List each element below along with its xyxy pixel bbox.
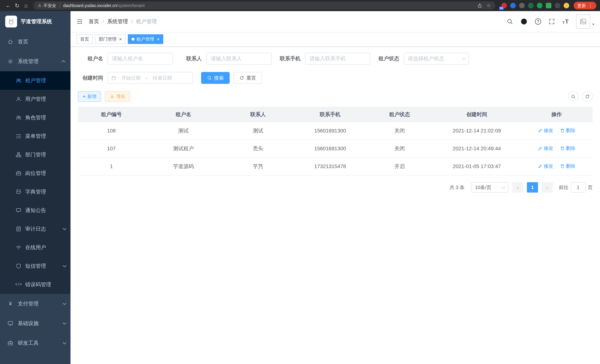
cell-created: 2021-12-14 20:49:44 [433, 140, 521, 158]
github-icon[interactable] [520, 18, 527, 25]
navbar-actions: ? TT ▾ [507, 14, 594, 28]
chevron-up-icon [62, 60, 65, 64]
tab-close-icon[interactable]: × [157, 37, 159, 42]
reset-button[interactable]: 重置 [233, 72, 262, 84]
edit-button[interactable]: 修改 [538, 145, 553, 152]
browser-address-bar[interactable]: ⚠ 不安全 dashboard.yudao.iocoder.cn/system/… [33, 1, 495, 10]
delete-button[interactable]: 删除 [560, 145, 575, 152]
start-date-input[interactable] [118, 75, 144, 81]
filter-create-time: 创建时间 - [78, 72, 193, 84]
header-search-icon[interactable] [507, 18, 513, 25]
bookmark-star-icon[interactable]: ☆ [487, 3, 491, 9]
delete-button[interactable]: 删除 [560, 163, 575, 169]
add-button[interactable]: + 新增 [78, 91, 101, 102]
page-1-button[interactable]: 1 [527, 182, 538, 193]
refresh-table-button[interactable] [582, 91, 593, 102]
page-content: 租户名 联系人 联系手机 租户状态 请选择租户状态 [71, 47, 600, 364]
sidebar-item-menu[interactable]: 菜单管理 [0, 127, 71, 145]
search-button[interactable]: 搜索 [201, 72, 230, 84]
extension-icon-chat[interactable] [546, 3, 551, 8]
cell-mobile: 17321315478 [294, 158, 366, 175]
page-size-value: 10条/页 [475, 184, 491, 191]
tenant-status-select[interactable]: 请选择租户状态 [404, 53, 469, 65]
sidebar-item-system[interactable]: 系统管理 [0, 52, 71, 71]
sidebar-item-label: 审计日志 [25, 225, 46, 233]
sidebar-item-error-code[interactable]: </> 错误码管理 [0, 275, 71, 294]
sidebar-item-dev-tools[interactable]: 研发工具 [0, 333, 71, 353]
next-page-button[interactable]: › [542, 182, 553, 193]
breadcrumb-system[interactable]: 系统管理 [107, 18, 128, 25]
sidebar-item-audit-log[interactable]: 审计日志 [0, 220, 71, 238]
sidebar-item-online-user[interactable]: 在线用户 [0, 238, 71, 257]
sidebar-item-label: 错误码管理 [25, 281, 51, 288]
sidebar-collapse-button[interactable] [76, 18, 83, 25]
goto-page-input[interactable] [571, 182, 586, 193]
tab-dept[interactable]: 部门管理 × [95, 34, 126, 44]
sidebar-item-payment[interactable]: ¥ 支付管理 [0, 294, 71, 314]
extension-icon-red[interactable]: 10 [501, 3, 507, 8]
toggle-search-button[interactable] [568, 91, 579, 102]
extensions-puzzle-icon[interactable] [555, 3, 560, 8]
extension-icon-darkgreen[interactable] [528, 3, 534, 8]
col-mobile: 联系手机 [294, 107, 366, 122]
font-size-small-glyph: T [562, 21, 564, 25]
export-button[interactable]: 导出 [105, 91, 130, 102]
sidebar-item-label: 字典管理 [25, 188, 46, 195]
book-icon [16, 189, 21, 195]
avatar-caret-icon[interactable]: ▾ [592, 22, 594, 26]
tab-home[interactable]: 首页 [76, 34, 93, 44]
delete-button[interactable]: 删除 [560, 127, 575, 134]
fullscreen-icon[interactable] [549, 18, 555, 25]
extension-icon-green[interactable] [537, 3, 543, 8]
browser-profile-icon[interactable] [564, 3, 569, 8]
select-placeholder: 请选择租户状态 [408, 55, 444, 62]
browser-menu-kebab-icon[interactable]: ⋮ [588, 3, 593, 8]
edit-button[interactable]: 修改 [538, 127, 553, 134]
sidebar: 芋道管理系统 首页 系统管理 租户管理 用户管理 [0, 11, 71, 364]
share-icon[interactable] [477, 3, 482, 8]
contact-input[interactable] [206, 53, 272, 65]
create-time-range-picker[interactable]: - [108, 72, 193, 84]
edit-button[interactable]: 修改 [538, 163, 553, 169]
filter-row-1: 租户名 联系人 联系手机 租户状态 请选择租户状态 [78, 53, 593, 65]
extension-icon-gray[interactable] [519, 3, 525, 8]
goto-label: 前往 [559, 184, 568, 191]
extension-icon-blue[interactable] [510, 3, 516, 8]
browser-update-button[interactable]: 更新 ⋮ [574, 2, 596, 9]
page-size-select[interactable]: 10条/页 [471, 182, 508, 193]
page-url: dashboard.yudao.iocoder.cn/system/tenant [63, 3, 145, 8]
mobile-input[interactable] [305, 53, 370, 65]
security-warning-icon: ⚠ [38, 3, 42, 8]
sidebar-item-sms[interactable]: 短信管理 [0, 257, 71, 275]
sidebar-item-label: 岗位管理 [25, 170, 46, 177]
sidebar-item-dept[interactable]: 部门管理 [0, 145, 71, 164]
app-shell: 芋道管理系统 首页 系统管理 租户管理 用户管理 [0, 11, 600, 364]
app-logo[interactable]: 芋道管理系统 [0, 11, 71, 32]
breadcrumb-home[interactable]: 首页 [89, 18, 99, 25]
sidebar-item-role[interactable]: 角色管理 [0, 108, 71, 127]
browser-reload-button[interactable]: ↻ [13, 1, 21, 10]
sidebar-item-home[interactable]: 首页 [0, 32, 71, 52]
font-size-icon[interactable]: TT [562, 19, 569, 25]
browser-home-button[interactable]: ⌂ [21, 1, 30, 10]
sidebar-item-post[interactable]: 岗位管理 [0, 164, 71, 183]
tenant-name-input[interactable] [108, 53, 173, 65]
end-date-input[interactable] [149, 75, 176, 81]
table-row: 107 测试租户 秃头 15601691300 关闭 2021-12-14 20… [78, 140, 593, 158]
sidebar-item-notice[interactable]: 通知公告 [0, 201, 71, 220]
sidebar-item-infra[interactable]: 基础设施 [0, 314, 71, 333]
browser-back-button[interactable]: ← [4, 1, 13, 10]
prev-page-button[interactable]: ‹ [512, 182, 523, 193]
sidebar-item-user[interactable]: 用户管理 [0, 90, 71, 108]
sidebar-item-label: 短信管理 [25, 262, 46, 270]
sidebar-item-dict[interactable]: 字典管理 [0, 183, 71, 201]
tab-tenant[interactable]: 租户管理 × [128, 34, 163, 44]
tab-close-icon[interactable]: × [119, 37, 122, 42]
breadcrumb-current: 租户管理 [136, 18, 157, 25]
table-header-row: 租户编号 租户名 联系人 联系手机 租户状态 创建时间 操作 [78, 107, 593, 122]
help-icon[interactable]: ? [535, 18, 541, 25]
wifi-icon [16, 245, 21, 250]
sidebar-item-tenant[interactable]: 租户管理 [0, 71, 71, 90]
avatar[interactable] [576, 14, 590, 28]
monitor-icon [7, 321, 13, 326]
